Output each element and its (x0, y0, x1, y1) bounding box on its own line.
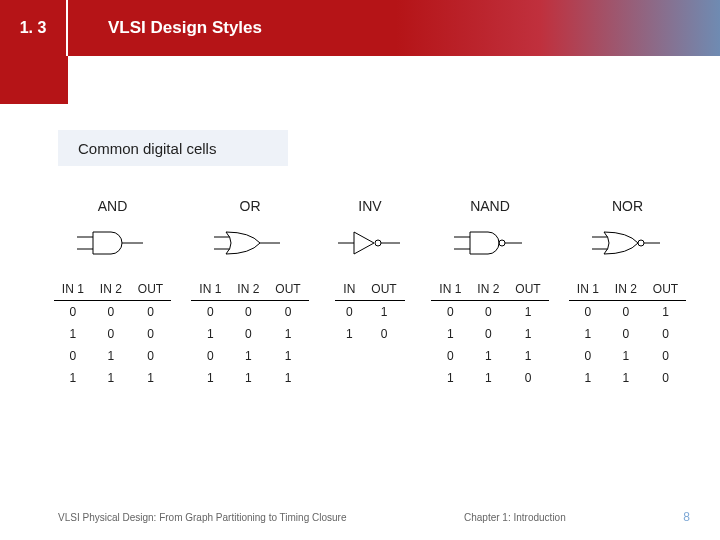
table-row: 100 (54, 323, 171, 345)
page-number: 8 (683, 510, 690, 524)
red-accent-block (0, 56, 68, 104)
table-row: 110 (569, 367, 686, 389)
table-row: 101 (191, 323, 308, 345)
th: IN 1 (54, 278, 92, 301)
truth-table-nor: IN 1 IN 2 OUT 001 100 010 110 (569, 278, 686, 389)
truth-table-inv: IN OUT 01 10 (335, 278, 404, 345)
inv-gate-icon (330, 226, 410, 260)
th: IN 1 (431, 278, 469, 301)
table-row: 000 (54, 301, 171, 324)
th: OUT (645, 278, 686, 301)
subheader: Common digital cells (58, 130, 288, 166)
gate-inv: INV IN OUT 01 10 (325, 198, 415, 389)
gate-nand: NAND IN 1 IN 2 OUT 001 101 011 110 (428, 198, 553, 389)
table-row: 011 (431, 345, 548, 367)
th: IN 2 (229, 278, 267, 301)
gate-nor: NOR IN 1 IN 2 OUT 001 100 010 110 (565, 198, 690, 389)
table-row: 111 (191, 367, 308, 389)
table-row: 10 (335, 323, 404, 345)
table-row: 010 (569, 345, 686, 367)
table-row: 001 (569, 301, 686, 324)
table-row: 100 (569, 323, 686, 345)
th: IN 2 (469, 278, 507, 301)
table-row: 000 (191, 301, 308, 324)
page-title: VLSI Design Styles (68, 18, 262, 38)
th: OUT (130, 278, 171, 301)
table-row: 001 (431, 301, 548, 324)
nor-gate-icon (588, 226, 668, 260)
th: OUT (363, 278, 404, 301)
th: IN 1 (191, 278, 229, 301)
gate-label-and: AND (98, 198, 128, 214)
table-row: 010 (54, 345, 171, 367)
th: IN 1 (569, 278, 607, 301)
footer-left: VLSI Physical Design: From Graph Partiti… (58, 512, 346, 523)
nand-gate-icon (450, 226, 530, 260)
th: OUT (507, 278, 548, 301)
and-gate-icon (73, 226, 153, 260)
table-row: 011 (191, 345, 308, 367)
gate-label-inv: INV (358, 198, 381, 214)
table-row: 110 (431, 367, 548, 389)
slide-footer: VLSI Physical Design: From Graph Partiti… (58, 510, 690, 524)
truth-table-and: IN 1 IN 2 OUT 000 100 010 111 (54, 278, 171, 389)
table-row: 101 (431, 323, 548, 345)
or-gate-icon (210, 226, 290, 260)
section-number: 1. 3 (0, 0, 68, 56)
table-row: 111 (54, 367, 171, 389)
gate-label-or: OR (240, 198, 261, 214)
table-row: 01 (335, 301, 404, 324)
footer-center: Chapter 1: Introduction (464, 512, 566, 523)
gate-label-nand: NAND (470, 198, 510, 214)
th: IN 2 (607, 278, 645, 301)
slide-header: 1. 3 VLSI Design Styles (0, 0, 720, 56)
gates-row: AND IN 1 IN 2 OUT 000 100 010 111 OR (50, 198, 690, 389)
th: IN 2 (92, 278, 130, 301)
svg-point-7 (375, 240, 381, 246)
truth-table-or: IN 1 IN 2 OUT 000 101 011 111 (191, 278, 308, 389)
th: OUT (267, 278, 308, 301)
truth-table-nand: IN 1 IN 2 OUT 001 101 011 110 (431, 278, 548, 389)
gate-label-nor: NOR (612, 198, 643, 214)
gate-and: AND IN 1 IN 2 OUT 000 100 010 111 (50, 198, 175, 389)
svg-point-15 (638, 240, 644, 246)
th: IN (335, 278, 363, 301)
svg-point-11 (499, 240, 505, 246)
gate-or: OR IN 1 IN 2 OUT 000 101 011 111 (188, 198, 313, 389)
